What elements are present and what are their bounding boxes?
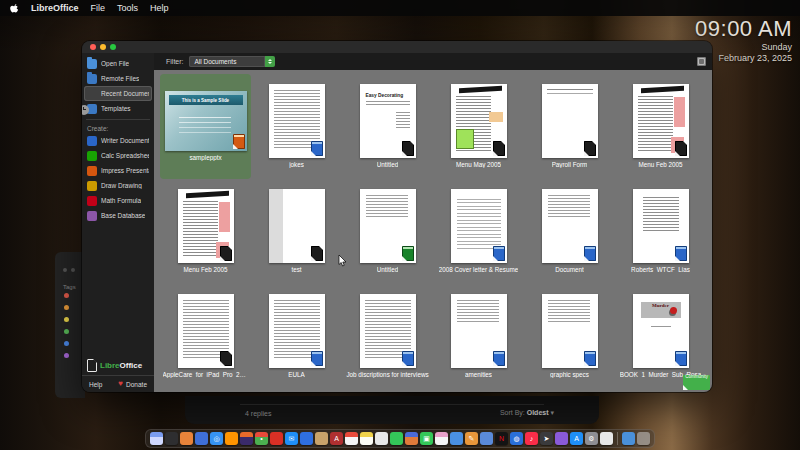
tag-color-dot[interactable]	[64, 341, 69, 346]
firefox-nightly-icon[interactable]	[240, 432, 253, 445]
mission-control-icon[interactable]	[195, 432, 208, 445]
recent-document-thumbnail[interactable]: Payroll Form	[524, 74, 615, 179]
menu-item-file[interactable]: File	[91, 3, 106, 13]
downloads-folder-icon[interactable]	[622, 432, 635, 445]
recent-document-thumbnail[interactable]: Easy DecoratingUntitled	[342, 74, 433, 179]
utility-dark-icon[interactable]: ➤	[540, 432, 553, 445]
firefox-icon[interactable]	[225, 432, 238, 445]
remote-desktop-icon[interactable]	[300, 432, 313, 445]
tag-color-dot[interactable]	[64, 293, 69, 298]
sidebar-item-recent-documents[interactable]: Recent Documents	[84, 86, 152, 101]
facetime-icon[interactable]: ▣	[420, 432, 433, 445]
preview-app-icon[interactable]	[600, 432, 613, 445]
settings-icon[interactable]: ⚙	[585, 432, 598, 445]
close-window-button[interactable]	[90, 44, 96, 50]
dictionary-icon[interactable]: A	[330, 432, 343, 445]
folder-app-icon[interactable]	[315, 432, 328, 445]
sidebar-item-open-file[interactable]: Open File	[84, 56, 152, 71]
help-button[interactable]: Help	[89, 381, 102, 388]
sort-by-control[interactable]: Sort By: Oldest ▾	[500, 409, 554, 417]
generic-file-type-icon	[311, 246, 323, 261]
app-store-icon[interactable]: A	[570, 432, 583, 445]
chevron-down-icon: ▾	[550, 409, 554, 416]
calendar-icon[interactable]	[345, 432, 358, 445]
sidebar-item-label: Impress Presentation	[101, 167, 149, 174]
minimize-window-button[interactable]	[100, 44, 106, 50]
photos-icon[interactable]	[435, 432, 448, 445]
divider	[240, 404, 544, 405]
sidebar-item-math-formula[interactable]: Math Formula	[84, 193, 152, 208]
tag-color-dot[interactable]	[64, 317, 69, 322]
preview-rose-decor	[670, 307, 677, 314]
antivirus-shield-icon[interactable]	[270, 432, 283, 445]
recent-document-thumbnail[interactable]: This is a Sample Slidesamplepptx	[160, 74, 251, 179]
filter-stepper-icon[interactable]	[265, 56, 275, 67]
document-label: graphic specs	[550, 371, 589, 378]
sidebar-item-draw-drawing[interactable]: Draw Drawing	[84, 178, 152, 193]
tag-color-dot[interactable]	[64, 353, 69, 358]
recent-document-thumbnail[interactable]: MurderBOOK_1_Murder_Sub_Rosa	[615, 283, 706, 388]
news-icon[interactable]	[450, 432, 463, 445]
apple-menu-icon[interactable]	[10, 3, 19, 14]
reminders-icon[interactable]	[375, 432, 388, 445]
tag-color-dot[interactable]	[64, 329, 69, 334]
recent-document-thumbnail[interactable]: graphic specs	[524, 283, 615, 388]
filter-bar-close-button[interactable]	[697, 57, 706, 66]
recent-document-thumbnail[interactable]: Job discriptions for interviews	[342, 283, 433, 388]
recent-document-thumbnail[interactable]: Untitled	[342, 179, 433, 284]
sidebar-item-calc-spreadsheet[interactable]: Calc Spreadsheet	[84, 148, 152, 163]
recent-document-thumbnail[interactable]: Roberts_WTCF_Lias	[615, 179, 706, 284]
app-grid-icon[interactable]	[180, 432, 193, 445]
filter-dropdown[interactable]: All Documents	[189, 56, 275, 67]
writer-file-type-icon	[311, 351, 323, 366]
mail-icon[interactable]: ✉	[285, 432, 298, 445]
recent-document-thumbnail[interactable]: amenities	[433, 283, 524, 388]
document-page-preview: Murder	[633, 294, 689, 368]
background-window[interactable]: 4 replies Sort By: Oldest ▾	[185, 396, 599, 424]
window-titlebar[interactable]	[82, 41, 712, 53]
sidebar-item-impress-presentation[interactable]: Impress Presentation	[84, 163, 152, 178]
menu-item-tools[interactable]: Tools	[117, 3, 138, 13]
sidebar-item-base-database[interactable]: Base Database	[84, 208, 152, 223]
replies-count: 4 replies	[245, 410, 271, 417]
writer-file-type-icon	[493, 246, 505, 261]
pencil-app-icon[interactable]: ✎	[465, 432, 478, 445]
netflix-icon[interactable]: N	[495, 432, 508, 445]
document-page-preview	[633, 84, 689, 158]
recent-document-thumbnail[interactable]: test	[251, 179, 342, 284]
menu-item-libreoffice[interactable]: LibreOffice	[31, 3, 79, 13]
notes-icon[interactable]	[360, 432, 373, 445]
sidebar-item-templates[interactable]: Templates	[84, 101, 152, 116]
recent-document-thumbnail[interactable]: EULA	[251, 283, 342, 388]
recent-document-thumbnail[interactable]: Menu Feb 2005	[160, 179, 251, 284]
sidebar-item-writer-document[interactable]: Writer Document	[84, 133, 152, 148]
avatar-app-icon[interactable]	[555, 432, 568, 445]
music-icon[interactable]: ♪	[525, 432, 538, 445]
recent-document-thumbnail[interactable]: Document	[524, 179, 615, 284]
orange-app-icon[interactable]	[405, 432, 418, 445]
sidebar-item-remote-files[interactable]: Remote Files	[84, 71, 152, 86]
launchpad-icon[interactable]	[165, 432, 178, 445]
tag-color-dot[interactable]	[64, 305, 69, 310]
recent-document-thumbnail[interactable]: 2008 Cover letter & Resume	[433, 179, 524, 284]
chrome-icon[interactable]: •	[255, 432, 268, 445]
zoom-window-button[interactable]	[110, 44, 116, 50]
globe-browser-icon[interactable]: ◍	[510, 432, 523, 445]
insurance-app-icon[interactable]	[480, 432, 493, 445]
menu-item-help[interactable]: Help	[150, 3, 169, 13]
safari-icon[interactable]: ◎	[210, 432, 223, 445]
messages-icon[interactable]	[390, 432, 403, 445]
document-label: EULA	[288, 371, 304, 378]
panel-button-icon[interactable]	[71, 268, 75, 272]
donate-button[interactable]: ♥ Donate	[118, 380, 147, 388]
recent-document-thumbnail[interactable]: AppleCare_for_iPad_Pro_2_Years	[160, 283, 251, 388]
siri-icon[interactable]	[150, 432, 163, 445]
recent-document-thumbnail[interactable]: jokes	[251, 74, 342, 179]
recent-document-thumbnail[interactable]: Menu May 2005	[433, 74, 524, 179]
panel-button-icon[interactable]	[63, 268, 67, 272]
preview-pinkcol-decor	[219, 202, 230, 232]
trash-icon[interactable]	[637, 432, 650, 445]
sidebar-item-label: Remote Files	[101, 75, 139, 82]
preview-slidetitle-decor: This is a Sample Slide	[169, 95, 243, 105]
recent-document-thumbnail[interactable]: Menu Feb 2005	[615, 74, 706, 179]
